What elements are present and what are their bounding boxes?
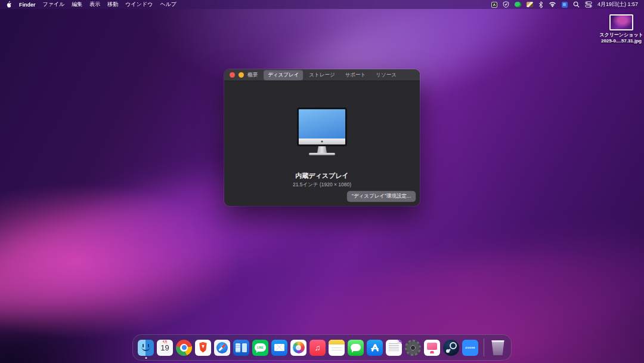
desktop-file-label-line2: 2025-0....57.31.jpg bbox=[599, 38, 644, 44]
menu-window[interactable]: ウインドウ bbox=[125, 1, 153, 8]
dock-app-messages[interactable] bbox=[348, 340, 364, 356]
tab-resources[interactable]: リソース bbox=[371, 70, 401, 80]
steam-icon bbox=[443, 340, 459, 356]
calendar-icon: 4月 19 bbox=[157, 340, 173, 356]
chrome-icon bbox=[176, 340, 192, 356]
app-store-a-stroke bbox=[371, 348, 379, 350]
menu-edit[interactable]: 編集 bbox=[72, 1, 82, 8]
wifi-icon[interactable] bbox=[549, 2, 556, 8]
music-icon: ♫ bbox=[309, 340, 326, 356]
messages-icon bbox=[348, 340, 364, 356]
dock-app-photos[interactable] bbox=[290, 340, 306, 356]
tab-overview[interactable]: 概要 bbox=[243, 70, 262, 80]
menubar-clock[interactable]: 4月19日(土) 1:57 bbox=[597, 1, 638, 8]
dock-app-display[interactable] bbox=[424, 340, 440, 356]
spotlight-icon[interactable] bbox=[573, 1, 580, 8]
display-preferences-button[interactable]: “ディスプレイ”環境設定... bbox=[347, 191, 416, 202]
line-speech-bubble: LINE bbox=[255, 343, 266, 352]
dock-app-music[interactable]: ♫ bbox=[309, 340, 326, 356]
dock-app-mail[interactable] bbox=[271, 340, 287, 356]
menu-go[interactable]: 移動 bbox=[107, 1, 118, 8]
desktop-file-label-line1: スクリーンショット bbox=[599, 32, 644, 38]
dock-trash[interactable] bbox=[490, 340, 506, 355]
ledger-icon bbox=[233, 340, 249, 356]
line-icon: LINE bbox=[252, 340, 268, 356]
textedit-icon bbox=[386, 340, 402, 356]
finder-icon bbox=[138, 340, 154, 356]
dock-app-calendar[interactable]: 4月 19 bbox=[157, 340, 173, 356]
dock-app-chrome[interactable] bbox=[176, 340, 192, 356]
apple-menu-icon[interactable] bbox=[6, 1, 12, 8]
mail-icon bbox=[271, 340, 287, 356]
app-store-icon bbox=[367, 340, 383, 356]
trash-icon bbox=[491, 340, 505, 355]
about-this-mac-window: 概要 ディスプレイ ストレージ サポート リソース 内蔵ディスプレイ 21.5イ… bbox=[224, 69, 420, 206]
screenshot-thumbnail-image bbox=[611, 16, 632, 29]
dock-app-line[interactable]: LINE bbox=[252, 340, 268, 356]
pink-display-icon bbox=[424, 340, 440, 356]
brave-icon bbox=[195, 340, 211, 356]
window-body: 内蔵ディスプレイ 21.5インチ (1920 × 1080) “ディスプレイ”環… bbox=[224, 81, 420, 206]
display-spec: 21.5インチ (1920 × 1080) bbox=[224, 182, 420, 189]
dock: 4月 19 LINE bbox=[132, 334, 512, 361]
dock-app-finder[interactable] bbox=[138, 340, 154, 356]
input-source-a-icon[interactable]: A bbox=[491, 2, 497, 8]
dock-app-app-store[interactable] bbox=[367, 340, 383, 356]
dock-app-steam[interactable] bbox=[443, 340, 459, 356]
menu-file[interactable]: ファイル bbox=[43, 1, 65, 8]
desktop: Finder ファイル 編集 表示 移動 ウインドウ ヘルプ A bbox=[0, 0, 644, 363]
imac-stand-base bbox=[309, 153, 335, 155]
dock-app-ledger[interactable] bbox=[233, 340, 249, 356]
window-titlebar[interactable]: 概要 ディスプレイ ストレージ サポート リソース bbox=[224, 69, 420, 81]
imac-screen bbox=[299, 109, 345, 139]
zoom-label: zoom bbox=[465, 346, 475, 349]
desktop-file-screenshot[interactable]: スクリーンショット 2025-0....57.31.jpg bbox=[599, 14, 644, 44]
control-center-icon[interactable] bbox=[585, 1, 592, 8]
close-button[interactable] bbox=[230, 72, 235, 78]
display-name: 内蔵ディスプレイ bbox=[224, 171, 420, 180]
envelope-glyph bbox=[274, 344, 284, 351]
line-label: LINE bbox=[257, 346, 264, 349]
dock-app-zoom[interactable]: zoom bbox=[462, 340, 478, 356]
menu-help[interactable]: ヘルプ bbox=[160, 1, 177, 8]
dock-app-system-preferences[interactable] bbox=[405, 340, 421, 356]
menubar-app-name[interactable]: Finder bbox=[19, 2, 36, 8]
tab-displays[interactable]: ディスプレイ bbox=[264, 70, 303, 80]
dock-app-safari[interactable] bbox=[214, 340, 230, 356]
tab-support[interactable]: サポート bbox=[341, 70, 370, 80]
shield-check-icon[interactable] bbox=[503, 1, 509, 8]
ime-input-icon[interactable] bbox=[562, 2, 568, 8]
messages-speech-bubble bbox=[351, 344, 361, 352]
window-tabs: 概要 ディスプレイ ストレージ サポート リソース bbox=[243, 70, 401, 80]
dock-app-brave[interactable] bbox=[195, 340, 211, 356]
photos-icon bbox=[290, 340, 306, 356]
imac-chin bbox=[299, 139, 345, 144]
menu-view[interactable]: 表示 bbox=[89, 1, 100, 8]
safari-icon bbox=[214, 340, 230, 356]
dock-separator bbox=[484, 339, 484, 356]
bluetooth-icon[interactable] bbox=[538, 1, 543, 8]
dock-app-notes[interactable] bbox=[329, 340, 345, 356]
running-indicator bbox=[145, 357, 147, 359]
imac-display-icon bbox=[297, 107, 347, 155]
screenshot-thumbnail bbox=[609, 14, 633, 30]
picture-menu-extra-icon[interactable] bbox=[527, 2, 533, 7]
zoom-app-icon: zoom bbox=[462, 340, 478, 356]
dock-app-textedit[interactable] bbox=[386, 340, 402, 356]
desktop-file-label: スクリーンショット 2025-0....57.31.jpg bbox=[599, 32, 644, 44]
gear-icon bbox=[405, 340, 421, 356]
calendar-day: 19 bbox=[157, 344, 173, 352]
menu-bar: Finder ファイル 編集 表示 移動 ウインドウ ヘルプ A bbox=[0, 0, 644, 9]
tab-storage[interactable]: ストレージ bbox=[305, 70, 339, 80]
green-menu-extra-icon[interactable] bbox=[515, 2, 521, 7]
imac-stand-neck bbox=[317, 146, 327, 153]
notes-icon bbox=[329, 340, 345, 356]
